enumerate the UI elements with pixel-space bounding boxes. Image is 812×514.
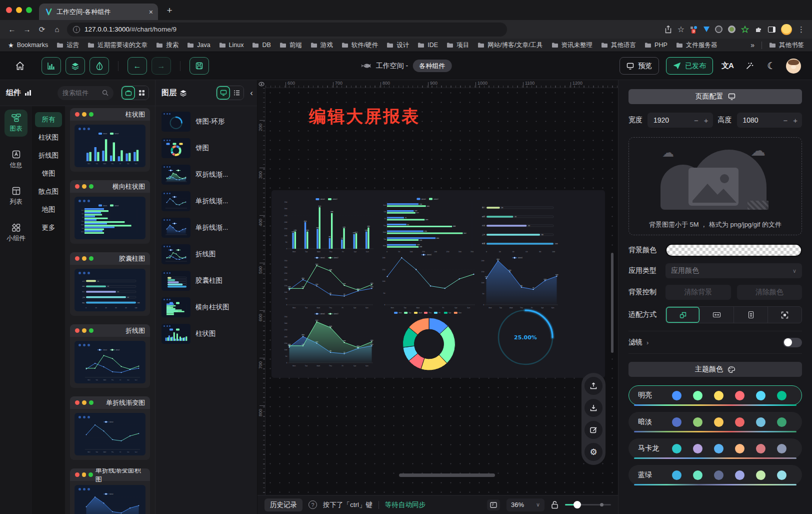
dark-mode-icon[interactable]: ☾ [764,59,779,74]
bookmark-folder[interactable]: 软件/硬件 [342,41,378,50]
category-item[interactable]: 柱状图 [35,130,62,145]
category-item[interactable]: 饼图 [35,166,62,181]
canvas-chart-ring[interactable]: 25.00% [490,304,560,368]
bookmark-folder[interactable]: 运营 [56,41,79,50]
layer-item[interactable]: 双折线渐... [162,165,251,185]
bookmark-folder[interactable]: 网站/博客/文章/工具 [478,41,542,50]
bookmark-folder[interactable]: 游戏 [310,41,333,50]
minimize-window-icon[interactable] [16,7,22,13]
bookmark-folder[interactable]: Java [187,41,210,50]
layers-list-view-button[interactable] [230,86,244,100]
height-stepper[interactable]: 1080 −+ [737,113,802,128]
extension-badged-icon[interactable]: 9 [690,26,698,33]
layout-toggle-button[interactable] [487,499,500,510]
extensions-puzzle-icon[interactable] [754,26,762,34]
sidebar-item-3[interactable]: 小组件 [4,219,28,246]
background-color-swatch[interactable] [666,244,802,257]
other-bookmarks[interactable]: 其他书签 [769,41,804,50]
zoom-select[interactable]: 36% ∨ [506,498,544,511]
sidebar-item-0[interactable]: 图表 [4,110,28,137]
category-item[interactable]: 折线图 [35,148,62,163]
export-button[interactable] [584,377,602,395]
canvas-chart-pie[interactable]: MonTueWedThuFriSatSun [380,310,478,371]
canvas-chart-capsule[interactable]: 厦门20南阳40北京60上海80新疆100020406080100 [478,199,560,253]
sidebar-toggle-icon[interactable] [768,27,776,33]
tab-close-icon[interactable]: × [149,8,153,16]
canvas-chart-gradient-area[interactable]: 5010015020001202001508070110130MonTueWed… [478,255,560,309]
browser-back-icon[interactable]: ← [5,23,19,37]
share-icon[interactable] [664,25,672,34]
edit-button[interactable] [584,421,602,439]
decrease-icon[interactable]: − [783,116,788,125]
browser-home-icon[interactable]: ⌂ [50,23,64,37]
extension-ring-icon[interactable] [728,26,736,33]
dashboard-panel[interactable]: 5010015020025030035001202001508070110130… [272,190,605,378]
sidebar-item-2[interactable]: 列表 [4,183,28,210]
zoom-slider[interactable] [565,501,611,508]
theme-row[interactable]: 蓝绿 [628,465,802,485]
canvas-text-title[interactable]: 编辑大屏报表 [309,105,420,128]
category-item[interactable]: 所有 [35,112,62,127]
category-item[interactable]: 地图 [35,202,62,217]
history-button[interactable]: 历史记录 [264,498,302,511]
layer-item[interactable]: 单折线渐... [162,218,251,238]
clear-background-button[interactable]: 清除背景 [666,285,731,300]
bookmark-folder[interactable]: 搜索 [156,41,178,50]
site-info-icon[interactable]: i [73,26,80,33]
bookmark-folder[interactable]: 项目 [446,41,469,50]
decrease-icon[interactable]: − [694,116,698,125]
layer-item[interactable]: 胶囊柱图 [162,271,251,291]
browser-reload-icon[interactable]: ⟳ [35,23,49,37]
import-button[interactable] [584,399,602,417]
address-bar[interactable]: i 127.0.0.1:3000/#/chart/home/9 [67,23,507,37]
canvas-horizontal-scrollbar[interactable] [399,473,495,477]
magic-wand-icon[interactable] [742,59,757,74]
save-button[interactable] [190,57,209,75]
background-upload-dropzone[interactable]: ☁ ☁ 背景图需小于 5M ， 格式为 png/jpg/gif 的文件 [628,137,802,235]
maximize-window-icon[interactable] [26,7,32,13]
layer-item[interactable]: 饼图-环形 [162,112,251,132]
canvas-chart-gradient-line[interactable]: 501001502000MonTueWedThuFriSatSundata1 [378,252,478,309]
sidebar-item-1[interactable]: 信息 [4,146,28,173]
workspace-name-badge[interactable]: 各种组件 [412,60,452,72]
layer-item[interactable]: 单折线渐... [162,191,251,211]
components-toggle-button[interactable] [42,57,61,75]
bookmark-folder[interactable]: 文件服务器 [676,41,718,50]
publish-button[interactable]: 已发布 [666,57,713,75]
bookmark-folder[interactable]: 资讯未整理 [552,41,593,50]
extension-star-icon[interactable] [741,26,749,34]
category-item[interactable]: 更多 [35,220,62,235]
category-item[interactable]: 散点图 [35,184,62,199]
layers-thumbnail-view-button[interactable] [216,86,230,100]
component-card[interactable]: 横向柱状图SunSatFriThuWedTueMondata1data2 [70,180,150,244]
user-avatar[interactable] [786,59,801,74]
help-icon[interactable]: ? [308,500,317,509]
theme-row[interactable]: 明亮 [628,385,802,405]
increase-icon[interactable]: + [704,116,708,125]
undo-button[interactable]: ← [128,57,147,75]
collapse-panel-icon[interactable]: ‹ [250,88,253,98]
home-button[interactable] [11,58,29,75]
canvas-chart-line[interactable]: 5010015020025030035001202001508070110130… [280,255,376,309]
layer-item[interactable]: 柱状图 [162,324,251,344]
new-tab-button[interactable]: + [162,3,177,18]
component-card[interactable]: 单折线渐变图MonTueWedThuFriSatSundata1 [70,396,150,460]
view-grid-button[interactable] [135,86,148,100]
fit-scale-button[interactable] [666,307,700,323]
search-input[interactable]: 搜索组件 [58,86,114,100]
theme-row[interactable]: 暗淡 [628,412,802,432]
bookmark-folder[interactable]: DB [252,41,270,50]
bookmark-folder[interactable]: PHP [644,41,668,50]
browser-forward-icon[interactable]: → [20,23,34,37]
component-card[interactable]: 折线图MonTueWedThuFriSatSundata1data2 [70,324,150,388]
browser-tab[interactable]: 工作空间-各种组件 × [39,4,158,20]
window-controls[interactable] [0,0,39,20]
language-icon[interactable]: 文A [720,59,735,74]
clear-color-button[interactable]: 清除颜色 [737,285,802,300]
redo-button[interactable]: → [152,57,171,75]
chevron-right-icon[interactable]: › [646,339,648,346]
canvas-area[interactable]: 6007008009001000110012001300 20030040050… [258,80,618,514]
component-card[interactable]: 柱状图MonTueWedThuFriSatSundata1data2 [70,108,150,172]
fit-height-button[interactable] [734,307,768,323]
increase-icon[interactable]: + [793,116,798,125]
